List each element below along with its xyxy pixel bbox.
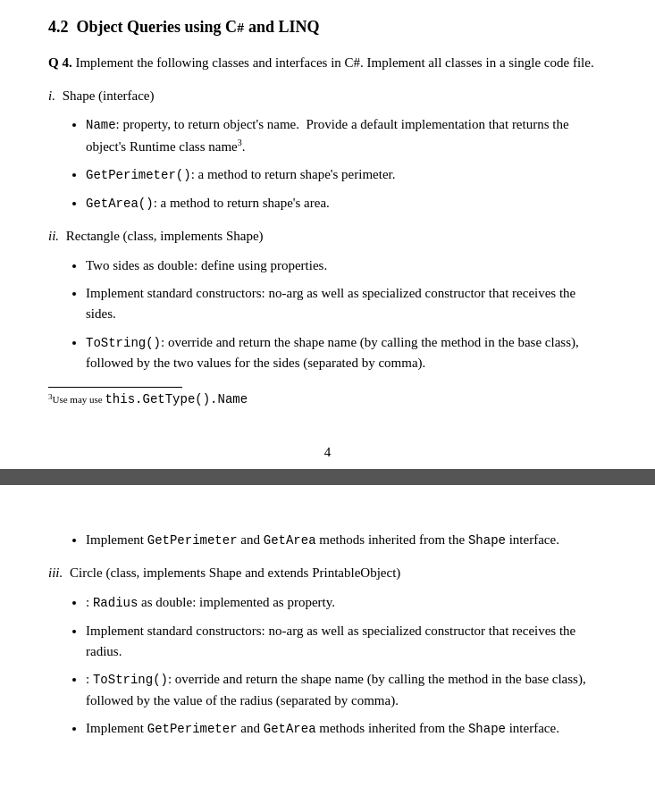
getarea-method: GetArea() bbox=[86, 197, 154, 211]
footnote-code: this.GetType().Name bbox=[105, 392, 248, 406]
list-item: : ToString(): override and return the sh… bbox=[86, 669, 607, 711]
item-label-shape: Shape (interface) bbox=[63, 88, 155, 103]
list-item: Name: property, to return object's name.… bbox=[86, 114, 607, 157]
page-bottom: Implement GetPerimeter and GetArea metho… bbox=[0, 485, 655, 770]
footnote-divider bbox=[48, 387, 182, 388]
bottom-getperimeter-list: Implement GetPerimeter and GetArea metho… bbox=[48, 530, 607, 551]
question-text: Q 4. Implement the following classes and… bbox=[48, 53, 607, 73]
page-number: 4 bbox=[0, 427, 655, 469]
tostring-method: ToString() bbox=[86, 336, 161, 350]
list-item: GetArea(): a method to return shape's ar… bbox=[86, 193, 607, 214]
section-title: 4.2 Object Queries using C# and LINQ bbox=[48, 18, 607, 37]
item-index-ii: ii. bbox=[48, 229, 59, 243]
list-item: ToString(): override and return the shap… bbox=[86, 332, 607, 374]
getperimeter-method: GetPerimeter() bbox=[86, 168, 191, 182]
getarea-circle-ref: GetArea bbox=[264, 722, 316, 736]
getperimeter-ref: GetPerimeter bbox=[147, 533, 238, 548]
circle-bullets: : Radius as double: implemented as prope… bbox=[48, 592, 607, 740]
item-index-iii: iii. bbox=[48, 565, 63, 580]
footnote-number: 3 bbox=[48, 392, 53, 401]
list-item: Implement standard constructors: no-arg … bbox=[86, 621, 607, 663]
list-item-shape: i. Shape (interface) Name: property, to … bbox=[48, 86, 607, 214]
getperimeter-circle-ref: GetPerimeter bbox=[147, 722, 238, 736]
section-heading: Object Queries using C# and LINQ bbox=[77, 18, 320, 36]
item-index-i: i. bbox=[48, 88, 55, 103]
page-top: 4.2 Object Queries using C# and LINQ Q 4… bbox=[0, 0, 655, 427]
name-property: Name bbox=[86, 118, 116, 132]
item-label-rectangle: Rectangle (class, implements Shape) bbox=[66, 229, 264, 243]
list-item: Two sides as double: define using proper… bbox=[86, 255, 607, 276]
list-item-circle: iii. Circle (class, implements Shape and… bbox=[48, 563, 607, 739]
list-item: Implement GetPerimeter and GetArea metho… bbox=[86, 718, 607, 740]
shape-ref: Shape bbox=[468, 533, 506, 548]
rectangle-bullets: Two sides as double: define using proper… bbox=[48, 255, 607, 374]
list-item: : Radius as double: implemented as prope… bbox=[86, 592, 607, 614]
getarea-ref: GetArea bbox=[264, 533, 316, 548]
item-label-circle: Circle (class, implements Shape and exte… bbox=[70, 565, 400, 580]
shape-circle-ref: Shape bbox=[468, 722, 506, 736]
bottom-outer-list: iii. Circle (class, implements Shape and… bbox=[48, 563, 607, 739]
list-item-rectangle: ii. Rectangle (class, implements Shape) … bbox=[48, 226, 607, 373]
list-item: Implement standard constructors: no-arg … bbox=[86, 283, 607, 325]
footnote: 3Use may use this.GetType().Name bbox=[48, 391, 607, 409]
outer-list: i. Shape (interface) Name: property, to … bbox=[48, 86, 607, 374]
footnote-text: Use may use this.GetType().Name bbox=[53, 394, 248, 405]
shape-bullets: Name: property, to return object's name.… bbox=[48, 114, 607, 213]
list-item: Implement GetPerimeter and GetArea metho… bbox=[86, 530, 607, 551]
page-break-bar bbox=[0, 469, 655, 485]
tostring-circle-method: ToString() bbox=[93, 673, 168, 687]
radius-property: Radius bbox=[93, 596, 138, 610]
question-label: Q 4. bbox=[48, 55, 72, 70]
section-number: 4.2 bbox=[48, 18, 69, 36]
list-item: GetPerimeter(): a method to return shape… bbox=[86, 164, 607, 186]
